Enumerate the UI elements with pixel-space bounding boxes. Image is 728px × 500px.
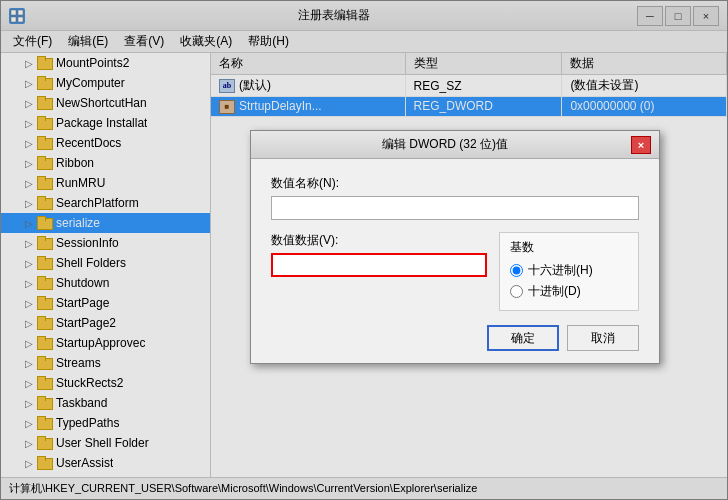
value-base-row: 数值数据(V): 基数 十六进制(H) 十进制(D) bbox=[271, 232, 639, 311]
dialog-overlay: 编辑 DWORD (32 位)值 × 数值名称(N): 数值数据(V): 基数 bbox=[0, 0, 728, 500]
dialog-title-bar: 编辑 DWORD (32 位)值 × bbox=[251, 131, 659, 159]
edit-dword-dialog: 编辑 DWORD (32 位)值 × 数值名称(N): 数值数据(V): 基数 bbox=[250, 130, 660, 364]
name-label: 数值名称(N): bbox=[271, 175, 639, 192]
base-group: 基数 十六进制(H) 十进制(D) bbox=[499, 232, 639, 311]
dialog-title: 编辑 DWORD (32 位)值 bbox=[259, 136, 631, 153]
name-field-group: 数值名称(N): bbox=[271, 175, 639, 220]
value-label: 数值数据(V): bbox=[271, 232, 487, 249]
name-input[interactable] bbox=[271, 196, 639, 220]
value-input[interactable] bbox=[271, 253, 487, 277]
dialog-body: 数值名称(N): 数值数据(V): 基数 十六进制(H) bbox=[251, 159, 659, 363]
radio-dec-row: 十进制(D) bbox=[510, 283, 628, 300]
dialog-close-button[interactable]: × bbox=[631, 136, 651, 154]
radio-dec-label: 十进制(D) bbox=[528, 283, 581, 300]
radio-hex-label: 十六进制(H) bbox=[528, 262, 593, 279]
value-field-wrap: 数值数据(V): bbox=[271, 232, 487, 311]
ok-button[interactable]: 确定 bbox=[487, 325, 559, 351]
base-label: 基数 bbox=[510, 239, 628, 256]
radio-hex-row: 十六进制(H) bbox=[510, 262, 628, 279]
cancel-button[interactable]: 取消 bbox=[567, 325, 639, 351]
radio-hex[interactable] bbox=[510, 264, 523, 277]
radio-dec[interactable] bbox=[510, 285, 523, 298]
dialog-buttons: 确定 取消 bbox=[271, 325, 639, 351]
